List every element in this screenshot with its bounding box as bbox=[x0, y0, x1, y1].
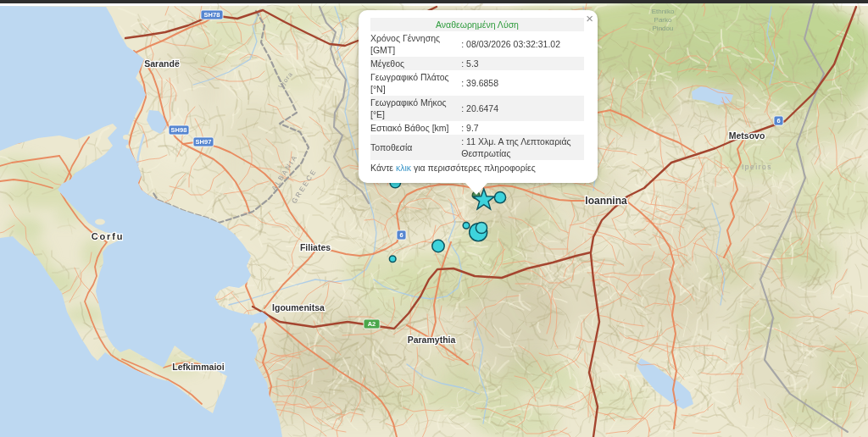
svg-text:SH97: SH97 bbox=[196, 138, 212, 146]
svg-text:Ipeiros: Ipeiros bbox=[742, 163, 772, 171]
svg-text:Pindou: Pindou bbox=[653, 25, 674, 32]
svg-text:Parko: Parko bbox=[654, 16, 672, 24]
svg-text:Lefkimmaioi: Lefkimmaioi bbox=[172, 362, 224, 372]
svg-text:6: 6 bbox=[776, 117, 780, 124]
svg-text:Metsovo: Metsovo bbox=[729, 130, 765, 141]
svg-text:Igoumenitsa: Igoumenitsa bbox=[272, 302, 325, 313]
svg-text:Ethniko: Ethniko bbox=[652, 8, 675, 15]
svg-text:Filiates: Filiates bbox=[300, 242, 331, 252]
svg-text:SH98: SH98 bbox=[171, 126, 187, 134]
svg-text:SH78: SH78 bbox=[204, 11, 220, 19]
svg-text:A2: A2 bbox=[368, 320, 376, 328]
svg-text:6: 6 bbox=[399, 231, 403, 239]
svg-text:Corfu: Corfu bbox=[92, 231, 124, 241]
svg-text:Ioannina: Ioannina bbox=[585, 195, 627, 207]
svg-text:Paramythia: Paramythia bbox=[408, 335, 456, 345]
svg-text:Sarandë: Sarandë bbox=[144, 58, 180, 69]
